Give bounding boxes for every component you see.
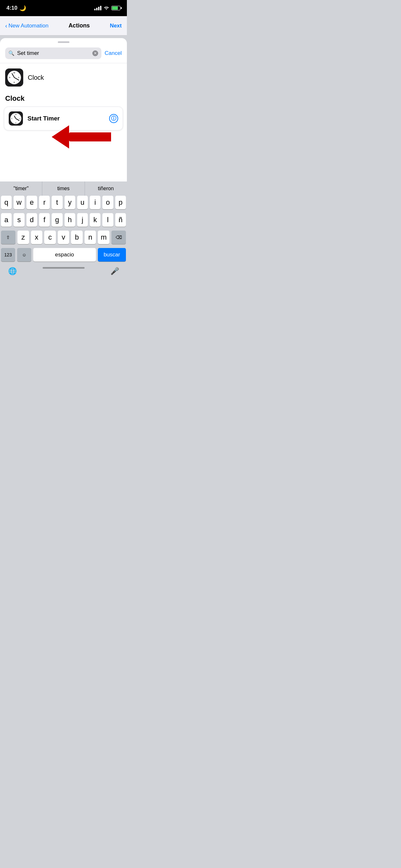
key-q[interactable]: q (1, 196, 11, 209)
key-row-2: a s d f g h j k l ñ (1, 213, 126, 227)
key-o[interactable]: o (102, 196, 113, 209)
arrow-shaft (69, 132, 111, 142)
key-e[interactable]: e (27, 196, 37, 209)
key-row-1: q w e r t y u i o p (1, 196, 126, 209)
key-p[interactable]: p (115, 196, 126, 209)
key-z[interactable]: z (18, 230, 29, 244)
key-r[interactable]: r (39, 196, 50, 209)
chevron-left-icon: ‹ (5, 22, 7, 29)
app-result-section: 12 3 6 9 Clock (0, 63, 127, 92)
delete-key[interactable]: ⌫ (112, 230, 126, 244)
arrow-head (52, 125, 69, 149)
search-container: 🔍 Set timer ✕ Cancel (0, 48, 127, 63)
key-n[interactable]: n (85, 230, 96, 244)
info-button[interactable]: ⓘ (109, 114, 118, 123)
autocomplete-item-1[interactable]: "timer" (0, 182, 42, 196)
key-l[interactable]: l (102, 213, 113, 227)
key-t[interactable]: t (52, 196, 62, 209)
search-key[interactable]: buscar (98, 248, 126, 261)
back-button[interactable]: ‹ New Automation (5, 22, 49, 29)
key-row-3: ⇧ z x c v b n m ⌫ (1, 230, 126, 244)
key-i[interactable]: i (90, 196, 100, 209)
wifi-icon (104, 5, 109, 11)
key-h[interactable]: h (65, 213, 75, 227)
next-button[interactable]: Next (110, 23, 122, 29)
key-m[interactable]: m (98, 230, 110, 244)
page-title: Actions (68, 22, 90, 29)
numbers-key[interactable]: 123 (1, 248, 15, 261)
key-a[interactable]: a (1, 213, 11, 227)
nav-bar: ‹ New Automation Actions Next (0, 16, 127, 35)
app-name: Clock (28, 74, 44, 82)
drag-handle (58, 41, 69, 43)
emoji-key[interactable]: ☺ (17, 248, 31, 261)
key-g[interactable]: g (52, 213, 62, 227)
space-key[interactable]: espacio (33, 248, 96, 261)
section-header: Clock (0, 92, 127, 106)
status-icons (94, 5, 120, 11)
key-k[interactable]: k (90, 213, 100, 227)
shift-key[interactable]: ⇧ (1, 230, 16, 244)
globe-icon[interactable]: 🌐 (5, 264, 19, 275)
bottom-key-row: 123 ☺ espacio buscar (0, 248, 127, 261)
key-f[interactable]: f (39, 213, 50, 227)
moon-icon: 🌙 (19, 5, 26, 11)
action-clock-icon: 12 3 6 9 (9, 112, 23, 126)
key-y[interactable]: y (65, 196, 75, 209)
modal-sheet: 🔍 Set timer ✕ Cancel 12 3 6 9 (0, 38, 127, 182)
home-indicator (42, 264, 85, 271)
key-w[interactable]: w (13, 196, 24, 209)
cancel-button[interactable]: Cancel (104, 50, 122, 57)
clock-app-icon: 12 3 6 9 (5, 68, 23, 87)
clear-search-button[interactable]: ✕ (92, 51, 98, 56)
autocomplete-item-2[interactable]: times (42, 182, 85, 196)
key-j[interactable]: j (77, 213, 88, 227)
home-bar (42, 267, 85, 269)
back-label: New Automation (8, 23, 49, 29)
keyboard: "timer" times tiñeron q w e r t y u i o … (0, 182, 127, 275)
autocomplete-item-3[interactable]: tiñeron (85, 182, 127, 196)
search-input[interactable]: Set timer (17, 50, 90, 57)
time-display: 4:10 (6, 5, 18, 11)
search-bar[interactable]: 🔍 Set timer ✕ (5, 48, 101, 59)
bottom-icons-row: 🌐 🎤 (0, 264, 127, 275)
key-s[interactable]: s (13, 213, 24, 227)
small-clock-face: 12 3 6 9 (10, 113, 22, 124)
clock-face: 12 3 6 9 (7, 70, 22, 85)
key-b[interactable]: b (71, 230, 83, 244)
signal-icon (94, 6, 101, 10)
red-arrow (52, 125, 111, 149)
battery-icon (112, 6, 120, 10)
keyboard-rows: q w e r t y u i o p a s d f g h j k l ñ … (0, 196, 127, 244)
key-n-tilde[interactable]: ñ (115, 213, 126, 227)
action-label: Start Timer (27, 115, 104, 122)
key-d[interactable]: d (27, 213, 37, 227)
status-bar: 4:10 🌙 (0, 0, 127, 16)
status-time: 4:10 🌙 (6, 5, 26, 11)
key-v[interactable]: v (58, 230, 69, 244)
autocomplete-bar: "timer" times tiñeron (0, 182, 127, 196)
search-icon: 🔍 (8, 51, 14, 56)
microphone-icon[interactable]: 🎤 (107, 264, 122, 275)
key-c[interactable]: c (44, 230, 56, 244)
key-u[interactable]: u (77, 196, 88, 209)
key-x[interactable]: x (31, 230, 42, 244)
